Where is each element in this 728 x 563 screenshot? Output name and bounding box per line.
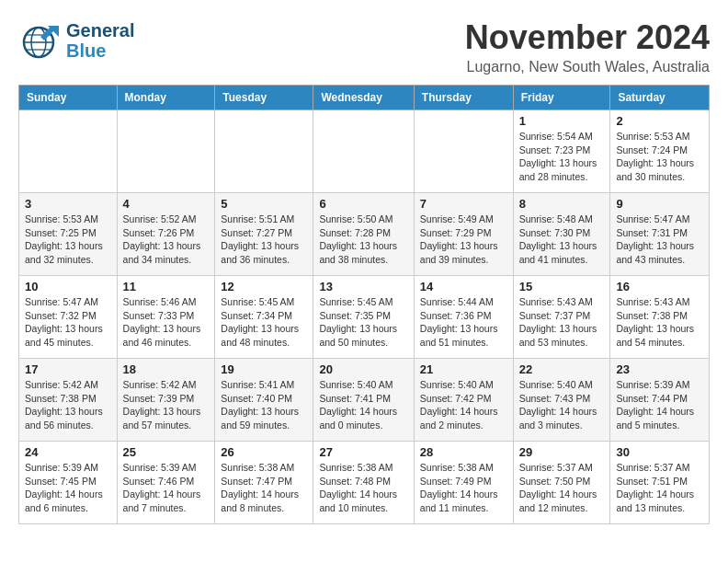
day-info: Sunrise: 5:43 AMSunset: 7:38 PMDaylight:…: [616, 295, 703, 350]
calendar-cell: 5Sunrise: 5:51 AMSunset: 7:27 PMDaylight…: [215, 193, 313, 276]
day-number: 12: [221, 280, 307, 293]
weekday-header-sunday: Sunday: [19, 86, 118, 110]
weekday-header-wednesday: Wednesday: [313, 86, 414, 110]
day-number: 15: [519, 280, 605, 293]
calendar-cell: [117, 110, 215, 193]
day-info: Sunrise: 5:53 AMSunset: 7:24 PMDaylight:…: [616, 130, 703, 184]
calendar-cell: 15Sunrise: 5:43 AMSunset: 7:37 PMDayligh…: [513, 276, 610, 359]
logo-general-text: General: [66, 20, 134, 40]
weekday-header-monday: Monday: [117, 86, 215, 110]
calendar-cell: 17Sunrise: 5:42 AMSunset: 7:38 PMDayligh…: [19, 359, 118, 442]
month-title: November 2024: [465, 18, 710, 57]
day-number: 8: [519, 197, 605, 211]
day-info: Sunrise: 5:40 AMSunset: 7:41 PMDaylight:…: [319, 378, 407, 432]
day-number: 19: [221, 362, 307, 376]
day-info: Sunrise: 5:45 AMSunset: 7:34 PMDaylight:…: [221, 295, 307, 350]
day-info: Sunrise: 5:54 AMSunset: 7:23 PMDaylight:…: [519, 130, 605, 184]
day-info: Sunrise: 5:47 AMSunset: 7:31 PMDaylight:…: [616, 213, 703, 267]
day-number: 28: [420, 445, 507, 459]
calendar-cell: 16Sunrise: 5:43 AMSunset: 7:38 PMDayligh…: [610, 276, 710, 359]
calendar-cell: 3Sunrise: 5:53 AMSunset: 7:25 PMDaylight…: [19, 193, 118, 276]
day-number: 22: [519, 362, 605, 376]
calendar-table: SundayMondayTuesdayWednesdayThursdayFrid…: [18, 85, 710, 524]
page-header: General Blue November 2024 Lugarno, New …: [18, 18, 710, 75]
day-number: 13: [319, 280, 407, 293]
weekday-header-thursday: Thursday: [414, 86, 513, 110]
calendar-cell: 29Sunrise: 5:37 AMSunset: 7:50 PMDayligh…: [513, 442, 610, 524]
day-info: Sunrise: 5:48 AMSunset: 7:30 PMDaylight:…: [519, 213, 605, 267]
day-number: 5: [221, 197, 307, 211]
day-info: Sunrise: 5:40 AMSunset: 7:43 PMDaylight:…: [519, 378, 605, 432]
day-number: 14: [420, 280, 507, 293]
day-info: Sunrise: 5:45 AMSunset: 7:35 PMDaylight:…: [319, 295, 407, 350]
calendar-cell: 28Sunrise: 5:38 AMSunset: 7:49 PMDayligh…: [414, 442, 513, 524]
day-info: Sunrise: 5:37 AMSunset: 7:50 PMDaylight:…: [519, 461, 605, 515]
logo: General Blue: [18, 18, 134, 63]
weekday-header-tuesday: Tuesday: [215, 86, 313, 110]
day-info: Sunrise: 5:39 AMSunset: 7:46 PMDaylight:…: [123, 461, 210, 515]
logo-blue-text: Blue: [66, 40, 134, 61]
day-number: 21: [420, 362, 507, 376]
day-info: Sunrise: 5:39 AMSunset: 7:44 PMDaylight:…: [616, 378, 703, 432]
day-number: 2: [616, 114, 703, 128]
location-title: Lugarno, New South Wales, Australia: [465, 59, 710, 75]
logo-icon: [18, 18, 63, 63]
day-number: 27: [319, 445, 407, 459]
calendar-cell: 21Sunrise: 5:40 AMSunset: 7:42 PMDayligh…: [414, 359, 513, 442]
calendar-week-row: 10Sunrise: 5:47 AMSunset: 7:32 PMDayligh…: [19, 276, 710, 359]
day-number: 9: [616, 197, 703, 211]
day-info: Sunrise: 5:38 AMSunset: 7:47 PMDaylight:…: [221, 461, 307, 515]
day-number: 29: [519, 445, 605, 459]
day-info: Sunrise: 5:42 AMSunset: 7:39 PMDaylight:…: [123, 378, 210, 432]
weekday-header-friday: Friday: [513, 86, 610, 110]
calendar-cell: [313, 110, 414, 193]
day-info: Sunrise: 5:46 AMSunset: 7:33 PMDaylight:…: [123, 295, 210, 350]
calendar-week-row: 3Sunrise: 5:53 AMSunset: 7:25 PMDaylight…: [19, 193, 710, 276]
day-number: 10: [25, 280, 111, 293]
day-number: 16: [616, 280, 703, 293]
day-number: 20: [319, 362, 407, 376]
weekday-header-saturday: Saturday: [610, 86, 710, 110]
day-info: Sunrise: 5:49 AMSunset: 7:29 PMDaylight:…: [420, 213, 507, 267]
calendar-week-row: 1Sunrise: 5:54 AMSunset: 7:23 PMDaylight…: [19, 110, 710, 193]
calendar-cell: 23Sunrise: 5:39 AMSunset: 7:44 PMDayligh…: [610, 359, 710, 442]
calendar-cell: 11Sunrise: 5:46 AMSunset: 7:33 PMDayligh…: [117, 276, 215, 359]
calendar-cell: 8Sunrise: 5:48 AMSunset: 7:30 PMDaylight…: [513, 193, 610, 276]
day-number: 3: [25, 197, 111, 211]
day-number: 26: [221, 445, 307, 459]
calendar-cell: 14Sunrise: 5:44 AMSunset: 7:36 PMDayligh…: [414, 276, 513, 359]
day-info: Sunrise: 5:37 AMSunset: 7:51 PMDaylight:…: [616, 461, 703, 515]
day-info: Sunrise: 5:39 AMSunset: 7:45 PMDaylight:…: [25, 461, 111, 515]
day-number: 4: [123, 197, 210, 211]
calendar-cell: [19, 110, 118, 193]
calendar-cell: [414, 110, 513, 193]
calendar-cell: 20Sunrise: 5:40 AMSunset: 7:41 PMDayligh…: [313, 359, 414, 442]
day-number: 6: [319, 197, 407, 211]
day-info: Sunrise: 5:53 AMSunset: 7:25 PMDaylight:…: [25, 213, 111, 267]
day-info: Sunrise: 5:40 AMSunset: 7:42 PMDaylight:…: [420, 378, 507, 432]
day-number: 18: [123, 362, 210, 376]
day-info: Sunrise: 5:41 AMSunset: 7:40 PMDaylight:…: [221, 378, 307, 432]
day-number: 30: [616, 445, 703, 459]
day-number: 1: [519, 114, 605, 128]
calendar-cell: 22Sunrise: 5:40 AMSunset: 7:43 PMDayligh…: [513, 359, 610, 442]
calendar-cell: 12Sunrise: 5:45 AMSunset: 7:34 PMDayligh…: [215, 276, 313, 359]
calendar-week-row: 24Sunrise: 5:39 AMSunset: 7:45 PMDayligh…: [19, 442, 710, 524]
calendar-cell: 27Sunrise: 5:38 AMSunset: 7:48 PMDayligh…: [313, 442, 414, 524]
day-info: Sunrise: 5:51 AMSunset: 7:27 PMDaylight:…: [221, 213, 307, 267]
day-number: 23: [616, 362, 703, 376]
calendar-cell: 2Sunrise: 5:53 AMSunset: 7:24 PMDaylight…: [610, 110, 710, 193]
calendar-cell: 9Sunrise: 5:47 AMSunset: 7:31 PMDaylight…: [610, 193, 710, 276]
day-info: Sunrise: 5:38 AMSunset: 7:49 PMDaylight:…: [420, 461, 507, 515]
day-info: Sunrise: 5:44 AMSunset: 7:36 PMDaylight:…: [420, 295, 507, 350]
calendar-cell: 4Sunrise: 5:52 AMSunset: 7:26 PMDaylight…: [117, 193, 215, 276]
calendar-cell: 24Sunrise: 5:39 AMSunset: 7:45 PMDayligh…: [19, 442, 118, 524]
day-number: 11: [123, 280, 210, 293]
calendar-cell: 19Sunrise: 5:41 AMSunset: 7:40 PMDayligh…: [215, 359, 313, 442]
calendar-cell: 10Sunrise: 5:47 AMSunset: 7:32 PMDayligh…: [19, 276, 118, 359]
calendar-cell: 6Sunrise: 5:50 AMSunset: 7:28 PMDaylight…: [313, 193, 414, 276]
calendar-cell: 7Sunrise: 5:49 AMSunset: 7:29 PMDaylight…: [414, 193, 513, 276]
calendar-cell: [215, 110, 313, 193]
calendar-cell: 18Sunrise: 5:42 AMSunset: 7:39 PMDayligh…: [117, 359, 215, 442]
day-info: Sunrise: 5:50 AMSunset: 7:28 PMDaylight:…: [319, 213, 407, 267]
